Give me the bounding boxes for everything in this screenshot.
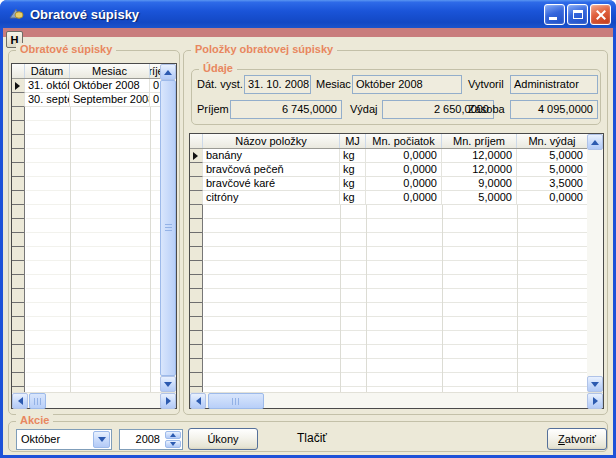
current-row-marker-icon: [15, 82, 20, 90]
maximize-button[interactable]: [567, 4, 588, 25]
supisky-row[interactable]: 31. október 2008 Október 2008 0: [12, 79, 160, 93]
cell-mn-prijem[interactable]: 5,0000: [442, 191, 517, 205]
field-prijem[interactable]: 6 745,0000: [230, 100, 342, 119]
scroll-right-button[interactable]: [160, 393, 176, 409]
udaje-title: Údaje: [199, 62, 237, 74]
column-header-datum[interactable]: Dátum: [25, 64, 70, 78]
tlacit-label[interactable]: Tlačiť: [297, 431, 327, 445]
scroll-left-button[interactable]: [190, 393, 206, 409]
grid-corner-cell: [12, 64, 25, 78]
cell-nazov[interactable]: bravčové karé: [203, 177, 340, 191]
chevron-up-icon: [164, 70, 172, 75]
close-button[interactable]: [590, 4, 611, 25]
items-grid: Názov položky MJ Mn. počiatok Mn. príjem…: [189, 133, 604, 409]
horizontal-scrollbar[interactable]: [190, 392, 603, 408]
spinner-up-button[interactable]: [165, 431, 181, 439]
cell-mn-prijem[interactable]: 12,0000: [442, 149, 517, 163]
cell-mn-vydaj[interactable]: 5,0000: [517, 149, 587, 163]
grid-corner-cell: [190, 134, 203, 148]
right-group-title: Položky obratovej súpisky: [191, 43, 337, 55]
item-row[interactable]: bravčové karé kg 0,0000 9,0000 3,5000: [190, 177, 587, 191]
cell-mn-vydaj[interactable]: 5,0000: [517, 163, 587, 177]
chevron-left-icon: [196, 397, 201, 405]
year-spinner-value: 2008: [136, 433, 160, 445]
field-mesiac[interactable]: Október 2008: [352, 75, 462, 94]
cell-prijem[interactable]: 0: [150, 93, 160, 107]
group-udaje: Údaje Dát. vyst. 31. 10. 2008 Mesiac Okt…: [191, 69, 601, 125]
field-zasoba[interactable]: 4 095,0000: [510, 100, 598, 119]
cell-datum[interactable]: 30. september 2008: [25, 93, 70, 107]
cell-mesiac[interactable]: September 2008: [70, 93, 150, 107]
row-selector-cell[interactable]: [12, 93, 25, 107]
cell-mn-pociatok[interactable]: 0,0000: [366, 149, 442, 163]
cell-prijem[interactable]: 0: [150, 79, 160, 93]
supisky-grid: Dátum Mesiac Príjem 31. október 2008 Okt…: [11, 63, 177, 409]
scroll-left-button[interactable]: [12, 393, 28, 409]
cell-mesiac[interactable]: Október 2008: [70, 79, 150, 93]
item-row[interactable]: banány kg 0,0000 12,0000 5,0000: [190, 149, 587, 163]
item-row[interactable]: bravčová pečeň kg 0,0000 12,0000 5,0000: [190, 163, 587, 177]
field-vytvoril[interactable]: Administrator: [510, 75, 598, 94]
window-body: H Obratové súpisky Dátum Mesiac Príjem 3…: [3, 28, 613, 455]
column-header-mn-vydaj[interactable]: Mn. výdaj: [517, 134, 587, 148]
cell-mn-prijem[interactable]: 12,0000: [442, 163, 517, 177]
scroll-down-button[interactable]: [160, 376, 176, 392]
akcie-title: Akcie: [16, 414, 53, 426]
row-selector-cell[interactable]: [190, 177, 203, 191]
vertical-scrollbar[interactable]: [160, 64, 176, 392]
app-icon: [8, 6, 25, 22]
cell-mn-vydaj[interactable]: 0,0000: [517, 191, 587, 205]
group-polozky-supisky: Položky obratovej súpisky Údaje Dát. vys…: [183, 50, 608, 415]
titlebar[interactable]: Obratové súpisky: [0, 0, 616, 28]
cell-nazov[interactable]: banány: [203, 149, 340, 163]
row-selector-cell[interactable]: [190, 191, 203, 205]
cell-nazov[interactable]: citróny: [203, 191, 340, 205]
scroll-right-button[interactable]: [587, 393, 603, 409]
row-selector-cell[interactable]: [12, 79, 25, 93]
scroll-down-button[interactable]: [587, 376, 603, 392]
column-header-mesiac[interactable]: Mesiac: [70, 64, 150, 78]
cell-mn-vydaj[interactable]: 3,5000: [517, 177, 587, 191]
zatvorit-button[interactable]: Zatvoriť: [547, 428, 607, 450]
cell-mj[interactable]: kg: [340, 163, 366, 177]
chevron-down-icon: [170, 442, 176, 446]
column-header-mn-pociatok[interactable]: Mn. počiatok: [366, 134, 442, 148]
cell-mn-pociatok[interactable]: 0,0000: [366, 191, 442, 205]
item-row[interactable]: citróny kg 0,0000 5,0000 0,0000: [190, 191, 587, 205]
chevron-down-icon: [591, 382, 599, 387]
field-label-prijem: Príjem: [197, 100, 229, 119]
column-header-mn-prijem[interactable]: Mn. príjem: [442, 134, 517, 148]
cell-mn-pociatok[interactable]: 0,0000: [366, 177, 442, 191]
field-label-zasoba: Zásoba: [468, 100, 505, 119]
row-selector-cell[interactable]: [190, 149, 203, 163]
scroll-up-button[interactable]: [160, 64, 176, 80]
scroll-up-button[interactable]: [587, 134, 603, 150]
scroll-thumb[interactable]: [208, 393, 264, 409]
cell-nazov[interactable]: bravčová pečeň: [203, 163, 340, 177]
chevron-up-icon: [170, 433, 176, 437]
minimize-button[interactable]: [544, 4, 565, 25]
cell-mn-prijem[interactable]: 9,0000: [442, 177, 517, 191]
year-spinner[interactable]: 2008: [119, 429, 183, 450]
supisky-row[interactable]: 30. september 2008 September 2008 0: [12, 93, 160, 107]
column-header-mj[interactable]: MJ: [340, 134, 366, 148]
cell-mj[interactable]: kg: [340, 149, 366, 163]
field-label-dat-vyst: Dát. vyst.: [197, 75, 243, 94]
column-header-nazov[interactable]: Názov položky: [203, 134, 340, 148]
horizontal-scrollbar[interactable]: [12, 392, 176, 408]
scroll-thumb[interactable]: [160, 80, 176, 376]
group-obratove-supisky: Obratové súpisky Dátum Mesiac Príjem 31.…: [8, 50, 180, 415]
scroll-thumb[interactable]: [29, 393, 46, 409]
cell-mn-pociatok[interactable]: 0,0000: [366, 163, 442, 177]
spinner-down-button[interactable]: [165, 440, 181, 448]
vertical-scrollbar[interactable]: [587, 134, 603, 392]
toolbar-strip: [3, 28, 613, 37]
combobox-arrow-button[interactable]: [93, 431, 110, 448]
cell-mj[interactable]: kg: [340, 191, 366, 205]
field-dat-vyst[interactable]: 31. 10. 2008: [244, 75, 311, 94]
month-combobox[interactable]: Október: [16, 429, 112, 450]
cell-mj[interactable]: kg: [340, 177, 366, 191]
row-selector-cell[interactable]: [190, 163, 203, 177]
ukony-button[interactable]: Úkony: [188, 428, 258, 450]
cell-datum[interactable]: 31. október 2008: [25, 79, 70, 93]
